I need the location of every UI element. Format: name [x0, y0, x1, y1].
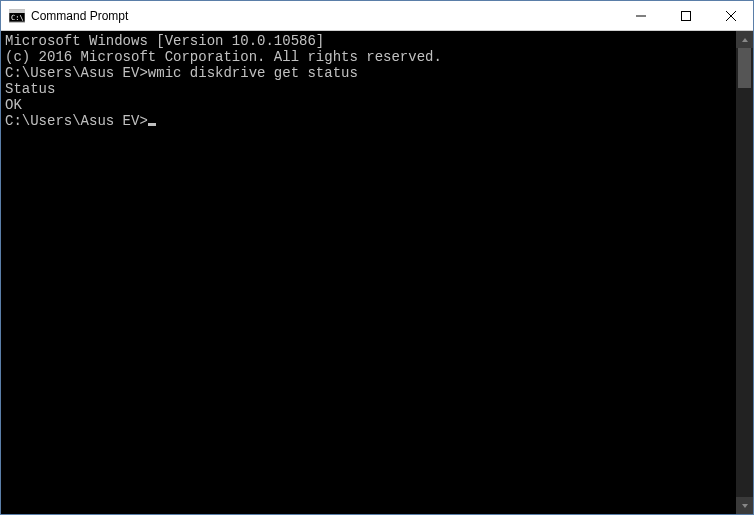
terminal-line: (c) 2016 Microsoft Corporation. All righ… [5, 49, 736, 65]
scrollbar-thumb[interactable] [738, 48, 751, 88]
svg-text:C:\: C:\ [11, 14, 24, 22]
svg-marker-8 [742, 504, 748, 508]
terminal-line: Microsoft Windows [Version 10.0.10586] [5, 33, 736, 49]
close-button[interactable] [708, 1, 753, 30]
svg-rect-1 [9, 10, 25, 13]
titlebar[interactable]: C:\ Command Prompt [1, 1, 753, 31]
window-title: Command Prompt [31, 9, 618, 23]
terminal-line: C:\Users\Asus EV>wmic diskdrive get stat… [5, 65, 736, 81]
command-prompt-icon: C:\ [9, 8, 25, 24]
command-prompt-window: C:\ Command Prompt Microsoft Windows [Ve… [0, 0, 754, 515]
scrollbar-track[interactable] [736, 48, 753, 497]
terminal-line: Status [5, 81, 736, 97]
cursor-icon [148, 123, 156, 126]
terminal-area: Microsoft Windows [Version 10.0.10586](c… [1, 31, 753, 514]
scroll-down-arrow-icon[interactable] [736, 497, 753, 514]
terminal-output[interactable]: Microsoft Windows [Version 10.0.10586](c… [1, 31, 736, 514]
svg-marker-7 [742, 38, 748, 42]
terminal-line: OK [5, 97, 736, 113]
prompt-path: C:\Users\Asus EV> [5, 65, 148, 81]
maximize-button[interactable] [663, 1, 708, 30]
minimize-button[interactable] [618, 1, 663, 30]
window-controls [618, 1, 753, 30]
prompt-command: wmic diskdrive get status [148, 65, 358, 81]
prompt-path: C:\Users\Asus EV> [5, 113, 148, 129]
vertical-scrollbar[interactable] [736, 31, 753, 514]
svg-rect-4 [681, 11, 690, 20]
terminal-line: C:\Users\Asus EV> [5, 113, 736, 129]
scroll-up-arrow-icon[interactable] [736, 31, 753, 48]
